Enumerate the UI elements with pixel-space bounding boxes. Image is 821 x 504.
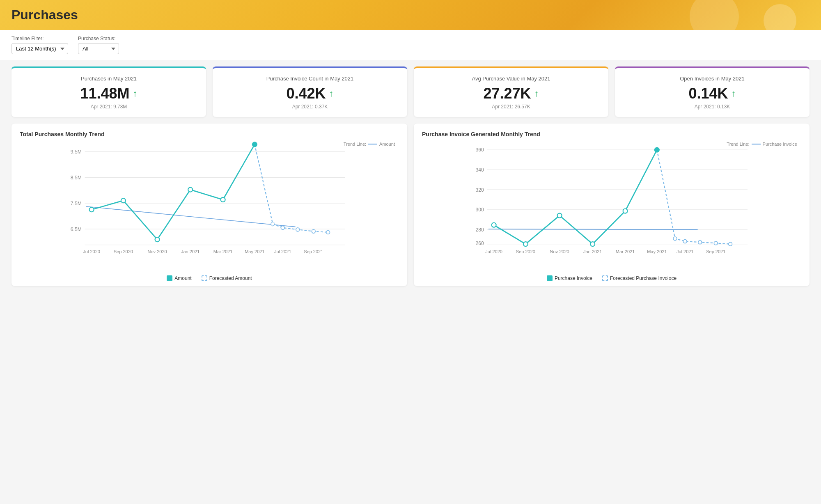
svg-text:Mar 2021: Mar 2021 (213, 249, 233, 254)
legend-label-forecast-invoice: Forecasted Purchase Invoioce (610, 275, 677, 281)
svg-text:Jul 2020: Jul 2020 (485, 249, 502, 254)
svg-text:9.5M: 9.5M (71, 149, 82, 155)
svg-text:360: 360 (476, 147, 484, 153)
chart-card-invoice: Purchase Invoice Generated Monthly Trend… (414, 124, 810, 286)
svg-point-20 (155, 237, 160, 242)
svg-point-26 (296, 228, 300, 231)
svg-text:Jan 2021: Jan 2021 (583, 249, 602, 254)
kpi-prev-avg-value: Apr 2021: 26.57K (422, 104, 600, 110)
kpi-value-row-avg-value: 27.27K ↑ (422, 85, 600, 102)
svg-point-53 (590, 242, 595, 246)
chart-legend-purchases: Amount Forecasted Amount (20, 275, 399, 281)
svg-point-19 (121, 198, 126, 203)
svg-text:Nov 2020: Nov 2020 (148, 249, 167, 254)
svg-text:300: 300 (476, 207, 484, 213)
kpi-card-avg-value: Avg Purchase Value in May 2021 27.27K ↑ … (414, 66, 608, 117)
svg-point-27 (312, 229, 315, 233)
timeline-filter-group: Timeline Filter: Last 12 Month(s) Last 6… (11, 36, 68, 54)
trend-line-indicator (368, 144, 377, 144)
svg-text:Sep 2020: Sep 2020 (114, 249, 133, 254)
svg-point-59 (714, 241, 718, 245)
legend-box-forecast-invoice (602, 275, 608, 281)
legend-label-amount: Amount (174, 275, 191, 281)
svg-text:Mar 2021: Mar 2021 (616, 249, 635, 254)
chart-title-purchases: Total Purchases Monthly Trend (20, 131, 399, 137)
svg-line-9 (86, 206, 296, 227)
svg-point-57 (683, 240, 687, 243)
trend-label-text: Trend Line: (344, 142, 366, 147)
chart-card-purchases: Total Purchases Monthly Trend Trend Line… (11, 124, 407, 286)
svg-point-55 (655, 148, 659, 152)
trend-line-series2: Purchase Invoice (763, 142, 797, 147)
svg-point-28 (326, 230, 330, 234)
svg-point-21 (188, 188, 193, 192)
charts-row: Total Purchases Monthly Trend Trend Line… (0, 124, 821, 294)
svg-point-18 (89, 207, 94, 212)
svg-text:6.5M: 6.5M (71, 227, 82, 232)
svg-text:May 2021: May 2021 (245, 249, 264, 254)
chart-area-purchases: Trend Line: Amount 9.5M 8.5M 7.5M 6.5M (20, 141, 399, 272)
chart-svg-purchases: 9.5M 8.5M 7.5M 6.5M Jul 2020 Sep 2020 No… (20, 141, 399, 272)
kpi-arrow-open-invoices: ↑ (732, 88, 736, 99)
trend-label-purchases: Trend Line: Amount (344, 142, 395, 147)
kpi-card-invoice-count: Purchase Invoice Count in May 2021 0.42K… (213, 66, 407, 117)
svg-text:May 2021: May 2021 (647, 249, 667, 254)
page-header: Purchases (0, 0, 821, 30)
svg-text:280: 280 (476, 227, 484, 233)
chart-legend-invoice: Purchase Invoice Forecasted Purchase Inv… (422, 275, 801, 281)
kpi-value-row-open-invoices: 0.14K ↑ (623, 85, 801, 102)
trend-label-invoice: Trend Line: Purchase Invoice (727, 142, 797, 147)
legend-box-amount (167, 275, 172, 281)
timeline-filter-select[interactable]: Last 12 Month(s) Last 6 Months Last 3 Mo… (11, 43, 68, 54)
svg-point-54 (623, 209, 628, 213)
kpi-arrow-invoice-count: ↑ (329, 88, 334, 99)
kpi-card-open-invoices: Open Invoices in May 2021 0.14K ↑ Apr 20… (615, 66, 810, 117)
legend-item-amount: Amount (167, 275, 191, 281)
svg-text:Jan 2021: Jan 2021 (181, 249, 200, 254)
trend-line-series: Amount (379, 142, 395, 147)
kpi-prev-purchases: Apr 2021: 9.78M (20, 104, 198, 110)
svg-point-22 (221, 197, 225, 202)
svg-point-56 (673, 237, 677, 241)
chart-title-invoice: Purchase Invoice Generated Monthly Trend (422, 131, 801, 137)
svg-text:Sep 2021: Sep 2021 (304, 249, 323, 254)
kpi-row: Purchases in May 2021 11.48M ↑ Apr 2021:… (0, 60, 821, 124)
svg-point-24 (271, 222, 275, 226)
legend-label-purchase-invoice: Purchase Invoice (555, 275, 592, 281)
kpi-value-invoice-count: 0.42K (286, 85, 326, 102)
svg-text:Nov 2020: Nov 2020 (550, 249, 569, 254)
kpi-prev-invoice-count: Apr 2021: 0.37K (221, 104, 399, 110)
kpi-title-invoice-count: Purchase Invoice Count in May 2021 (221, 76, 399, 82)
kpi-value-row-invoice-count: 0.42K ↑ (221, 85, 399, 102)
svg-text:320: 320 (476, 187, 484, 193)
svg-text:Sep 2020: Sep 2020 (516, 249, 535, 254)
kpi-title-open-invoices: Open Invoices in May 2021 (623, 76, 801, 82)
kpi-title-purchases: Purchases in May 2021 (20, 76, 198, 82)
kpi-value-purchases: 11.48M (80, 85, 129, 102)
svg-point-51 (523, 242, 528, 246)
svg-point-25 (281, 226, 284, 229)
svg-text:Jul 2020: Jul 2020 (83, 249, 100, 254)
chart-area-invoice: Trend Line: Purchase Invoice 360 340 320… (422, 141, 801, 272)
kpi-value-open-invoices: 0.14K (688, 85, 728, 102)
legend-label-forecast-amount: Forecasted Amount (209, 275, 252, 281)
svg-point-50 (492, 223, 496, 227)
svg-text:260: 260 (476, 241, 484, 246)
kpi-card-purchases: Purchases in May 2021 11.48M ↑ Apr 2021:… (11, 66, 206, 117)
kpi-arrow-avg-value: ↑ (534, 88, 539, 99)
legend-item-forecast-invoice: Forecasted Purchase Invoioce (602, 275, 677, 281)
svg-point-58 (698, 241, 702, 244)
svg-text:Sep 2021: Sep 2021 (706, 249, 725, 254)
kpi-prev-open-invoices: Apr 2021: 0.13K (623, 104, 801, 110)
status-filter-select[interactable]: All Open Closed Pending (78, 43, 119, 54)
timeline-filter-label: Timeline Filter: (11, 36, 68, 41)
svg-point-23 (252, 142, 257, 147)
svg-point-60 (729, 242, 732, 246)
legend-box-forecast-amount (202, 275, 207, 281)
chart-svg-invoice: 360 340 320 300 280 260 Jul 2020 Sep 202… (422, 141, 801, 272)
svg-text:7.5M: 7.5M (71, 201, 82, 206)
legend-item-forecast-amount: Forecasted Amount (202, 275, 252, 281)
trend-label-text2: Trend Line: (727, 142, 749, 147)
legend-box-purchase-invoice (547, 275, 553, 281)
kpi-value-row-purchases: 11.48M ↑ (20, 85, 198, 102)
